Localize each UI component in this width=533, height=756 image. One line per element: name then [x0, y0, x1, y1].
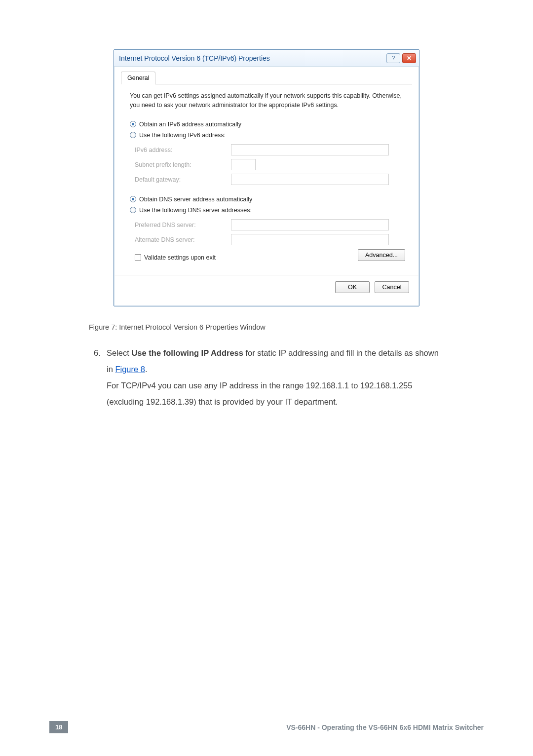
radio-use-following-dns[interactable]: Use the following DNS server addresses: — [130, 205, 409, 216]
ipv6-properties-dialog: Internet Protocol Version 6 (TCP/IPv6) P… — [114, 49, 419, 306]
checkbox-label: Validate settings upon exit — [144, 254, 216, 261]
field-label: Alternate DNS server: — [135, 236, 231, 243]
titlebar: Internet Protocol Version 6 (TCP/IPv6) P… — [114, 50, 419, 67]
ok-button[interactable]: OK — [335, 281, 370, 293]
field-subnet-prefix: Subnet prefix length: — [130, 157, 409, 172]
cancel-button[interactable]: Cancel — [375, 281, 409, 293]
dns-group: Obtain DNS server address automatically … — [124, 194, 409, 247]
radio-icon — [130, 207, 136, 213]
help-icon: ? — [392, 55, 395, 62]
radio-icon — [130, 121, 136, 127]
preferred-dns-input[interactable] — [231, 219, 389, 230]
close-icon: ✕ — [407, 55, 412, 62]
field-alternate-dns: Alternate DNS server: — [130, 232, 409, 247]
step-instruction: 6.Select Use the following IP Address fo… — [89, 345, 444, 410]
radio-use-following-ipv6[interactable]: Use the following IPv6 address: — [130, 130, 409, 141]
figure-8-link[interactable]: Figure 8 — [115, 365, 145, 374]
field-ipv6-address: IPv6 address: — [130, 143, 409, 157]
radio-icon — [130, 132, 136, 138]
checkbox-icon — [135, 254, 141, 261]
dialog-body: General You can get IPv6 settings assign… — [114, 67, 419, 306]
field-label: Default gateway: — [135, 176, 231, 183]
step-text-bold: Use the following IP Address — [131, 348, 243, 357]
radio-icon — [130, 196, 136, 202]
figure-caption: Figure 7: Internet Protocol Version 6 Pr… — [89, 323, 444, 331]
default-gateway-input[interactable] — [231, 174, 389, 185]
tab-general[interactable]: General — [121, 72, 155, 84]
step-line-2: For TCP/IPv4 you can use any IP address … — [107, 378, 444, 410]
radio-label: Use the following DNS server addresses: — [139, 207, 252, 214]
radio-obtain-ipv6-auto[interactable]: Obtain an IPv6 address automatically — [130, 119, 409, 130]
page-number: 18 — [49, 721, 68, 733]
step-text-pre: Select — [107, 348, 131, 357]
step-text-post: . — [145, 365, 148, 374]
footer-title: VS-66HN - Operating the VS-66HN 6x6 HDMI… — [68, 723, 484, 731]
radio-label: Obtain an IPv6 address automatically — [139, 121, 241, 128]
help-button[interactable]: ? — [386, 53, 400, 63]
field-preferred-dns: Preferred DNS server: — [130, 218, 409, 232]
address-group: Obtain an IPv6 address automatically Use… — [124, 119, 409, 187]
dialog-button-bar: OK Cancel — [114, 275, 419, 300]
field-label: Subnet prefix length: — [135, 161, 231, 168]
ipv6-address-input[interactable] — [231, 144, 389, 155]
field-label: IPv6 address: — [135, 147, 231, 153]
radio-obtain-dns-auto[interactable]: Obtain DNS server address automatically — [130, 194, 409, 205]
intro-text: You can get IPv6 settings assigned autom… — [121, 91, 412, 119]
tabbar: General — [121, 72, 412, 84]
advanced-button[interactable]: Advanced... — [358, 249, 405, 261]
page-footer: 18 VS-66HN - Operating the VS-66HN 6x6 H… — [49, 721, 484, 733]
step-number: 6. — [94, 345, 107, 361]
subnet-prefix-input[interactable] — [231, 159, 256, 170]
dialog-title: Internet Protocol Version 6 (TCP/IPv6) P… — [119, 54, 384, 62]
radio-label: Obtain DNS server address automatically — [139, 196, 252, 203]
close-button[interactable]: ✕ — [402, 53, 416, 63]
field-label: Preferred DNS server: — [135, 222, 231, 228]
radio-label: Use the following IPv6 address: — [139, 132, 226, 139]
field-default-gateway: Default gateway: — [130, 172, 409, 187]
alternate-dns-input[interactable] — [231, 234, 389, 245]
